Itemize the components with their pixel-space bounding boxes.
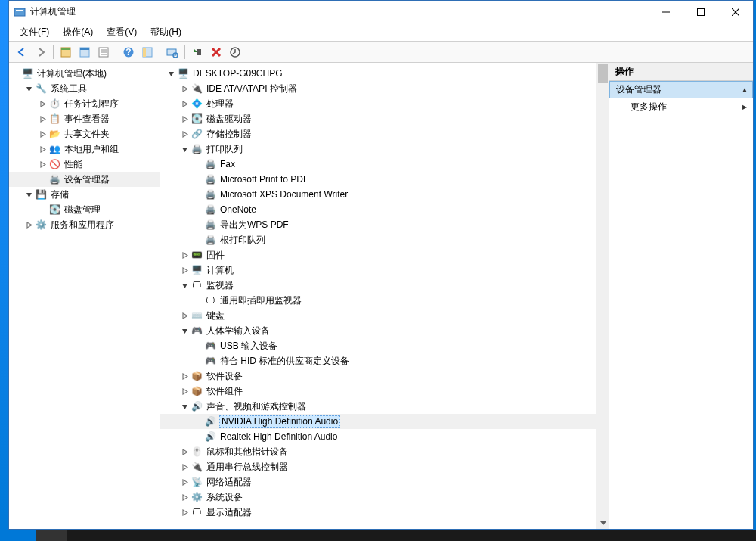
expander-icon[interactable] (180, 326, 189, 335)
maximize-button[interactable] (683, 1, 718, 23)
expander-icon[interactable] (180, 281, 189, 290)
expander-icon (194, 341, 203, 350)
tree-node[interactable]: ⏱️任务计划程序 (9, 96, 160, 111)
tree-node[interactable]: 🖨️Microsoft Print to PDF (160, 172, 596, 187)
expander-icon[interactable] (24, 220, 33, 229)
expander-icon[interactable] (180, 99, 189, 108)
start-button[interactable] (0, 530, 36, 541)
tree-node[interactable]: 🖨️根打印队列 (160, 232, 596, 247)
tree-node[interactable]: 📂共享文件夹 (9, 126, 160, 141)
tree-node[interactable]: 🎮符合 HID 标准的供应商定义设备 (160, 353, 596, 368)
scroll-down-arrow[interactable] (596, 516, 609, 529)
expander-icon[interactable] (24, 190, 33, 199)
expander-icon[interactable] (38, 129, 47, 138)
expander-icon[interactable] (24, 84, 33, 93)
tree-node[interactable]: 🖨️OneNote (160, 202, 596, 217)
tree-node[interactable]: 🔌IDE ATA/ATAPI 控制器 (160, 81, 596, 96)
menu-view[interactable]: 查看(V) (105, 24, 138, 40)
titlebar[interactable]: 计算机管理 (9, 1, 753, 23)
show-hide-tree-button[interactable] (57, 44, 74, 61)
taskbar-cortana[interactable] (36, 530, 67, 541)
tree-node[interactable]: 💽磁盘驱动器 (160, 111, 596, 126)
expander-icon[interactable] (180, 447, 189, 456)
expander-icon[interactable] (38, 160, 47, 169)
expander-icon[interactable] (180, 508, 189, 517)
expander-icon[interactable] (180, 477, 189, 487)
expander-icon[interactable] (180, 114, 189, 123)
menu-file[interactable]: 文件(F) (18, 24, 51, 40)
properties-button[interactable] (76, 44, 93, 61)
tree-node[interactable]: 💠处理器 (160, 96, 596, 111)
tree-node[interactable]: 📦软件设备 (160, 368, 596, 384)
expander-icon[interactable] (38, 114, 47, 123)
tree-node[interactable]: 🔧系统工具 (9, 81, 160, 96)
expander-icon[interactable] (180, 145, 189, 154)
tree-node[interactable]: 🚫性能 (9, 157, 160, 172)
scroll-thumb[interactable] (598, 64, 608, 83)
expander-icon[interactable] (180, 84, 189, 93)
tree-node[interactable]: 🖵监视器 (160, 278, 596, 293)
expander-icon[interactable] (180, 266, 189, 275)
expander-icon[interactable] (166, 69, 175, 78)
tree-node[interactable]: 🖥️计算机 (160, 263, 596, 278)
console-tree-pane[interactable]: 🖥️计算机管理(本地)🔧系统工具⏱️任务计划程序📋事件查看器📂共享文件夹👥本地用… (9, 63, 160, 529)
tree-node[interactable]: 🖨️Microsoft XPS Document Writer (160, 187, 596, 202)
tree-node[interactable]: 🖨️打印队列 (160, 141, 596, 157)
expander-icon[interactable] (180, 387, 189, 396)
tree-node[interactable]: 🔊声音、视频和游戏控制器 (160, 399, 596, 414)
tree-node[interactable]: 🖵显示适配器 (160, 505, 596, 520)
export-list-button[interactable] (95, 44, 112, 61)
tree-node[interactable]: 💽磁盘管理 (9, 202, 160, 217)
menu-help[interactable]: 帮助(H) (149, 24, 183, 40)
expander-icon[interactable] (38, 145, 47, 154)
expander-icon[interactable] (180, 372, 189, 381)
expander-icon[interactable] (180, 462, 189, 471)
tree-node[interactable]: 🖥️DESKTOP-G09CHPG (160, 66, 596, 81)
tree-node[interactable]: ⚙️服务和应用程序 (9, 217, 160, 232)
help-button[interactable]: ? (120, 44, 137, 61)
enable-device-button[interactable] (189, 44, 206, 61)
tree-node[interactable]: 🔊Realtek High Definition Audio (160, 429, 596, 444)
tree-node[interactable]: 📡网络适配器 (160, 474, 596, 490)
tree-node[interactable]: 🎮USB 输入设备 (160, 338, 596, 353)
update-driver-button[interactable] (227, 44, 243, 61)
tree-node[interactable]: 🖨️设备管理器 (9, 172, 160, 187)
expander-icon[interactable] (180, 250, 189, 260)
expander-icon[interactable] (180, 402, 189, 411)
tree-node[interactable]: 💾存储 (9, 187, 160, 202)
back-button[interactable] (14, 44, 30, 61)
forward-button[interactable] (33, 44, 49, 61)
actions-selected-context[interactable]: 设备管理器 (609, 81, 753, 98)
tree-node[interactable]: 🖥️计算机管理(本地) (9, 66, 160, 81)
taskbar[interactable] (0, 530, 756, 541)
expander-icon[interactable] (180, 311, 189, 320)
expander-icon[interactable] (38, 99, 47, 108)
tree-node[interactable]: 🔊NVIDIA High Definition Audio (160, 414, 596, 429)
expander-icon[interactable] (180, 493, 189, 502)
device-tree-pane[interactable]: 🖥️DESKTOP-G09CHPG🔌IDE ATA/ATAPI 控制器💠处理器💽… (160, 63, 609, 529)
actions-more[interactable]: 更多操作 (609, 98, 753, 115)
tree-node[interactable]: 🖨️Fax (160, 157, 596, 172)
minimize-button[interactable] (649, 1, 683, 23)
window-title: 计算机管理 (30, 5, 649, 18)
tree-node[interactable]: 🔗存储控制器 (160, 126, 596, 141)
tree-node[interactable]: 📋事件查看器 (9, 111, 160, 126)
svg-rect-20 (197, 49, 201, 55)
tree-node[interactable]: 🖨️导出为WPS PDF (160, 217, 596, 232)
tree-node[interactable]: 📟固件 (160, 247, 596, 263)
tree-node[interactable]: 👥本地用户和组 (9, 141, 160, 157)
tree-node[interactable]: 🔌通用串行总线控制器 (160, 459, 596, 474)
tree-node[interactable]: 🖵通用即插即用监视器 (160, 293, 596, 308)
uninstall-device-button[interactable] (208, 44, 225, 61)
expander-icon[interactable] (180, 129, 189, 138)
view-button[interactable] (139, 44, 156, 61)
tree-node[interactable]: ⌨️键盘 (160, 308, 596, 323)
tree-node[interactable]: 🎮人体学输入设备 (160, 323, 596, 338)
vertical-scrollbar[interactable] (596, 63, 609, 529)
tree-node[interactable]: 📦软件组件 (160, 384, 596, 399)
tree-node[interactable]: 🖱️鼠标和其他指针设备 (160, 444, 596, 459)
tree-node[interactable]: ⚙️系统设备 (160, 490, 596, 505)
scan-hardware-button[interactable] (164, 44, 181, 61)
menu-action[interactable]: 操作(A) (61, 24, 94, 40)
close-button[interactable] (718, 1, 753, 23)
